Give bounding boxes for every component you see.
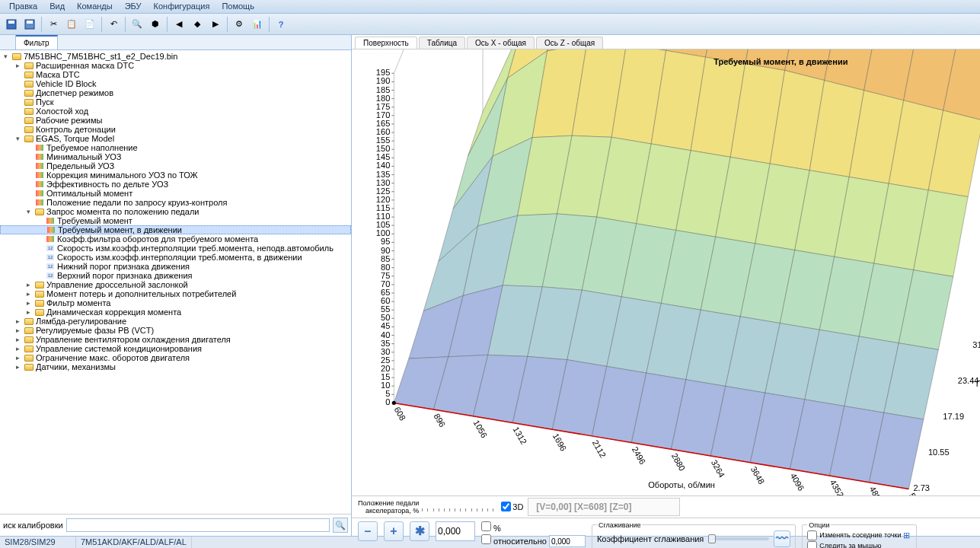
nav-right-icon[interactable]: ▶ — [207, 16, 224, 33]
tree-item[interactable]: Требуемый момент — [0, 216, 351, 225]
tree-item[interactable]: 12Верхний порог признака движения — [0, 271, 351, 280]
tree-item[interactable]: Vehicle ID Block — [0, 79, 351, 88]
option-1[interactable]: Следить за мышью — [807, 541, 911, 548]
tool-b-icon[interactable]: 📊 — [249, 16, 266, 33]
tree-item[interactable]: Положение педали по запросу круиз-контро… — [0, 198, 351, 207]
tree-item[interactable]: ▸Момент потерь и дополнительных потребит… — [0, 289, 351, 298]
tree-item[interactable]: ▸Фильтр момента — [0, 298, 351, 307]
svg-text:175: 175 — [376, 102, 390, 111]
tree-item[interactable]: ▸Датчики, механизмы — [0, 362, 351, 371]
toolbar: ✂ 📋 📄 ↶ 🔍 ⬢ ◀ ◆ ▶ ⚙ 📊 ? — [0, 14, 980, 35]
help-icon[interactable]: ? — [273, 16, 289, 33]
tree-item[interactable]: Контроль детонации — [0, 125, 351, 134]
add-button[interactable]: + — [384, 521, 404, 541]
tab-blank[interactable] — [0, 35, 16, 49]
menu-Помощь[interactable]: Помощь — [215, 0, 260, 13]
option-0[interactable]: Изменять соседние точки ⊞ — [807, 530, 911, 540]
checkbox-3d[interactable]: 3D — [501, 502, 523, 511]
svg-text:40: 40 — [381, 330, 390, 339]
nav-left-icon[interactable]: ◀ — [171, 16, 187, 33]
tree-item[interactable]: ▸Управление системой кондиционирования — [0, 344, 351, 353]
tree-item[interactable]: ▸Лямбда-регулирование — [0, 317, 351, 326]
tree-item[interactable]: Рабочие режимы — [0, 116, 351, 125]
pct-checkbox[interactable]: % — [481, 521, 586, 533]
tree-item[interactable]: Оптимальный момент — [0, 189, 351, 198]
tree-item[interactable]: Предельный УОЗ — [0, 161, 351, 170]
menubar: ПравкаВидКомандыЭБУКонфигурацияПомощь — [0, 0, 980, 14]
nav-center-icon[interactable]: ◆ — [189, 16, 206, 33]
save-icon[interactable] — [3, 16, 20, 33]
svg-text:2496: 2496 — [630, 445, 648, 466]
relative-checkbox[interactable]: относительно — [481, 534, 586, 548]
svg-text:150: 150 — [376, 144, 390, 153]
tree-item[interactable]: ▸Регулируемые фазы РВ (VCT) — [0, 326, 351, 335]
chart-tab-2[interactable]: Ось X - общая — [467, 37, 535, 49]
svg-rect-1 — [8, 21, 14, 24]
left-panel: Фильтр ▾7M51BHC_7M51BHC_st1_e2_Dec19.bin… — [0, 35, 352, 536]
menu-Конфигурация[interactable]: Конфигурация — [148, 0, 216, 13]
paste-icon[interactable]: 📄 — [81, 16, 98, 33]
menu-Команды[interactable]: Команды — [71, 0, 119, 13]
save-as-icon[interactable] — [21, 16, 38, 33]
svg-text:105: 105 — [376, 220, 390, 229]
tree-item[interactable]: Холостой ход — [0, 107, 351, 116]
tree-item[interactable]: Требуемый момент, в движении — [0, 225, 351, 234]
tree-item[interactable]: ▸Динамическая коррекция момента — [0, 307, 351, 317]
value-input[interactable] — [436, 521, 475, 541]
svg-text:45: 45 — [381, 321, 390, 330]
tree-item[interactable]: ▾Запрос момента по положению педали — [0, 207, 351, 216]
chart-surface[interactable]: 0510152025303540455055606570758085909510… — [352, 49, 980, 495]
tree-item[interactable]: Коэфф.фильтра оборотов для требуемого мо… — [0, 234, 351, 244]
tab-filter[interactable]: Фильтр — [16, 35, 58, 49]
chart-tab-1[interactable]: Таблица — [419, 37, 465, 49]
menu-Вид[interactable]: Вид — [43, 0, 71, 13]
svg-text:50: 50 — [381, 313, 390, 322]
tree-item[interactable]: 12Нижний порог признака движения — [0, 262, 351, 271]
tree-item[interactable]: Требуемое наполнение — [0, 143, 351, 152]
tree-item[interactable]: Эффективность по дельте УОЗ — [0, 180, 351, 189]
tree-item[interactable]: ▸Управление вентилятором охлаждения двиг… — [0, 335, 351, 344]
svg-text:90: 90 — [381, 246, 390, 255]
hex-icon[interactable]: ⬢ — [147, 16, 164, 33]
tool-a-icon[interactable]: ⚙ — [231, 16, 247, 33]
undo-icon[interactable]: ↶ — [105, 16, 122, 33]
svg-text:3648: 3648 — [749, 465, 767, 486]
relative-value[interactable] — [549, 535, 586, 547]
svg-text:30: 30 — [381, 347, 390, 356]
tree-item[interactable]: ▸Ограничение макс. оборотов двигателя — [0, 353, 351, 362]
tree-item[interactable]: Коррекция минимального УОЗ по ТОЖ — [0, 170, 351, 180]
tree-root[interactable]: ▾7M51BHC_7M51BHC_st1_e2_Dec19.bin — [0, 52, 351, 61]
smooth-apply-button[interactable]: 〰 — [774, 530, 790, 547]
svg-text:Обороты, об/мин: Обороты, об/мин — [648, 480, 715, 489]
svg-text:140: 140 — [376, 161, 390, 170]
chart-tab-0[interactable]: Поверхность — [355, 37, 417, 49]
svg-text:17.19: 17.19 — [943, 412, 964, 421]
multiply-button[interactable]: ✱ — [410, 521, 429, 541]
tree-item[interactable]: ▸Управление дроссельной заслонкой — [0, 280, 351, 289]
tree-item[interactable]: 12Скорость изм.коэфф.интерполяции треб.м… — [0, 253, 351, 262]
tree-item[interactable]: Маска DTC — [0, 70, 351, 79]
subtract-button[interactable]: – — [358, 521, 378, 541]
svg-rect-3 — [27, 21, 33, 24]
search-button[interactable]: 🔍 — [333, 518, 348, 533]
tree-item[interactable]: Минимальный УОЗ — [0, 152, 351, 161]
smooth-slider[interactable] — [708, 537, 769, 540]
tree-item[interactable]: 12Скорость изм.коэфф.интерполяции треб.м… — [0, 244, 351, 253]
menu-Правка[interactable]: Правка — [3, 0, 43, 13]
search-icon[interactable]: 🔍 — [129, 16, 145, 33]
cut-icon[interactable]: ✂ — [45, 16, 62, 33]
tree-item[interactable]: ▾EGAS, Torque Model — [0, 134, 351, 143]
copy-icon[interactable]: 📋 — [63, 16, 80, 33]
svg-text:608: 608 — [393, 405, 408, 422]
tree[interactable]: ▾7M51BHC_7M51BHC_st1_e2_Dec19.bin▸Расшир… — [0, 50, 351, 514]
menu-ЭБУ[interactable]: ЭБУ — [119, 0, 148, 13]
search-input[interactable] — [66, 518, 330, 532]
svg-text:95: 95 — [381, 237, 390, 246]
pedal-slider[interactable] — [422, 501, 498, 513]
tree-item[interactable]: Диспетчер режимов — [0, 88, 351, 97]
chart-tab-3[interactable]: Ось Z - общая — [536, 37, 603, 49]
tree-item[interactable]: ▸Расширенная маска DTC — [0, 61, 351, 70]
svg-text:185: 185 — [376, 85, 390, 94]
tree-item[interactable]: Пуск — [0, 97, 351, 107]
svg-text:2880: 2880 — [670, 451, 688, 472]
